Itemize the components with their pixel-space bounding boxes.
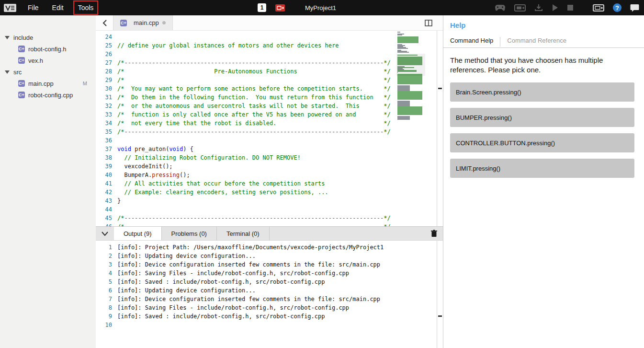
- code-line[interactable]: 44: [96, 205, 443, 214]
- code-line[interactable]: 26: [96, 50, 443, 58]
- tab-command-reference[interactable]: Command Reference: [500, 37, 573, 47]
- collapse-panel-icon[interactable]: [96, 227, 114, 240]
- minimap-line: [397, 83, 422, 84]
- line-number: 46: [96, 222, 112, 226]
- feedback-icon[interactable]: [630, 4, 639, 12]
- editor-scrollbar-thumb[interactable]: [438, 88, 442, 89]
- code-line[interactable]: 32/* or the autonomous and usercontrol t…: [96, 102, 443, 110]
- menu-tools[interactable]: Tools: [73, 0, 99, 15]
- line-number: 34: [96, 119, 112, 128]
- bottom-panel-tabs: Output (9) Problems (0) Terminal (0): [96, 226, 443, 241]
- tree-folder[interactable]: src: [0, 66, 96, 78]
- tab-command-help[interactable]: Command Help: [443, 37, 500, 47]
- brain-status-icon[interactable]: [275, 4, 285, 12]
- line-number: 44: [96, 205, 112, 214]
- code-line[interactable]: 37void pre_auton(void) {: [96, 145, 443, 153]
- line-number: 27: [96, 58, 112, 67]
- minimap-line: [397, 42, 418, 43]
- controller-icon[interactable]: [495, 4, 506, 12]
- code-line[interactable]: 27/*------------------------------------…: [96, 58, 443, 67]
- output-scrollbar-thumb[interactable]: [438, 315, 442, 317]
- output-line: 3[info]: Device configuration inserted f…: [96, 260, 443, 269]
- tab-output[interactable]: Output (9): [114, 227, 162, 240]
- minimap-viewport[interactable]: [396, 54, 425, 76]
- help-icon[interactable]: ?: [613, 3, 621, 12]
- code-line[interactable]: 43}: [96, 197, 443, 205]
- output-line: 5[info]: Saved : include/robot-config.h,…: [96, 278, 443, 286]
- code-line[interactable]: 28/* Pre-Autonomous Functions */: [96, 67, 443, 76]
- code-line[interactable]: 40 BumperA.pressing();: [96, 171, 443, 179]
- tab-problems[interactable]: Problems (0): [162, 227, 217, 240]
- code-line[interactable]: 34/* not every time that the robot is di…: [96, 119, 443, 128]
- code-line[interactable]: 45/*------------------------------------…: [96, 214, 443, 222]
- line-number: 5: [96, 278, 112, 286]
- line-number: 37: [96, 145, 112, 153]
- output-line: 10: [96, 321, 443, 329]
- output-line: 7[info]: Device configuration inserted f…: [96, 295, 443, 303]
- topbar-center: 1 MyProject1: [258, 0, 336, 15]
- clear-output-icon[interactable]: [431, 227, 437, 240]
- tree-file[interactable]: C+robot-config.cpp: [0, 89, 96, 101]
- code-line[interactable]: 29/* */: [96, 76, 443, 84]
- output-scrollbar[interactable]: [437, 241, 443, 348]
- code-line[interactable]: 36: [96, 136, 443, 145]
- tree-folder[interactable]: include: [0, 32, 96, 43]
- output-line: 1[info]: Project Path: /Users/maxoffline…: [96, 243, 443, 252]
- line-number: 29: [96, 76, 112, 84]
- line-number: 43: [96, 197, 112, 205]
- modified-dot-icon: [162, 21, 166, 24]
- code-line[interactable]: 39 vexcodeInit();: [96, 162, 443, 171]
- code-line[interactable]: 30/* You may want to perform some action…: [96, 84, 443, 93]
- project-name: MyProject1: [305, 4, 336, 12]
- folder-label: src: [13, 69, 22, 76]
- minimap-line: [397, 114, 422, 115]
- output-line: 4[info]: Saving Files - include/robot-co…: [96, 269, 443, 278]
- file-explorer: includeC+robot-config.hC+vex.hsrcC+main.…: [0, 15, 96, 348]
- code-line[interactable]: 46/* */: [96, 222, 443, 226]
- code-line[interactable]: 38 // Initializing Robot Configuration. …: [96, 153, 443, 162]
- play-icon[interactable]: [552, 4, 558, 12]
- tree-file[interactable]: C+vex.h: [0, 55, 96, 66]
- output-console[interactable]: 1[info]: Project Path: /Users/maxoffline…: [96, 241, 443, 348]
- split-editor-icon[interactable]: [425, 15, 432, 30]
- code-line[interactable]: 31/* Do them in the following function. …: [96, 93, 443, 102]
- line-number: 36: [96, 136, 112, 145]
- help-panel: Help Command Help Command Reference The …: [443, 15, 644, 348]
- line-number: 39: [96, 162, 112, 171]
- tree-file[interactable]: C+main.cppM: [0, 78, 96, 89]
- code-line[interactable]: 41 // All activities that occur before t…: [96, 179, 443, 188]
- line-number: 4: [96, 269, 112, 278]
- command-reference-option[interactable]: Brain.Screen.pressing(): [450, 82, 634, 102]
- slot-badge[interactable]: 1: [258, 3, 266, 12]
- minimap-line: [397, 119, 410, 120]
- stop-icon[interactable]: [567, 4, 574, 11]
- vex-logo-icon[interactable]: [4, 4, 16, 12]
- menu-file[interactable]: File: [21, 2, 45, 13]
- line-number: 31: [96, 93, 112, 102]
- menu-edit[interactable]: Edit: [45, 2, 70, 13]
- topbar-actions: ?: [495, 0, 639, 15]
- editor-scrollbar[interactable]: [437, 31, 443, 226]
- file-label: robot-config.h: [28, 46, 67, 53]
- line-number: 10: [96, 321, 112, 329]
- command-reference-option[interactable]: LIMIT.pressing(): [450, 159, 634, 178]
- tree-file[interactable]: C+robot-config.h: [0, 43, 96, 55]
- code-line[interactable]: 33/* function is only called once after …: [96, 110, 443, 119]
- disclosure-triangle-icon: [5, 70, 10, 74]
- minimap[interactable]: [397, 32, 424, 120]
- command-reference-option[interactable]: CONTROLLER.BUTTON.pressing(): [450, 133, 634, 152]
- tab-terminal[interactable]: Terminal (0): [217, 227, 270, 240]
- code-editor[interactable]: 2425// define your global instances of m…: [96, 31, 443, 226]
- tab-main-cpp[interactable]: C+ main.cpp: [113, 15, 173, 30]
- back-button[interactable]: [96, 15, 113, 30]
- file-tree: includeC+robot-config.hC+vex.hsrcC+main.…: [0, 32, 96, 101]
- code-line[interactable]: 42 // Example: clearing encoders, settin…: [96, 188, 443, 197]
- line-number: 28: [96, 67, 112, 76]
- brain-icon[interactable]: [593, 4, 604, 12]
- code-line[interactable]: 24: [96, 33, 443, 41]
- code-line[interactable]: 35/*------------------------------------…: [96, 128, 443, 136]
- download-icon[interactable]: [534, 4, 543, 12]
- command-reference-option[interactable]: BUMPER.pressing(): [450, 108, 634, 127]
- code-line[interactable]: 25// define your global instances of mot…: [96, 41, 443, 50]
- brain-screen-icon[interactable]: [514, 4, 526, 12]
